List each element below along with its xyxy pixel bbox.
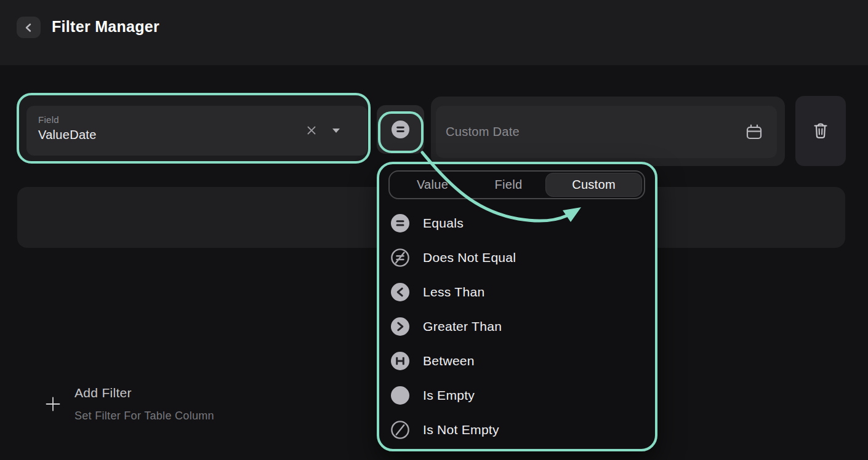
calendar-icon[interactable] — [744, 122, 765, 143]
menu-item-between[interactable]: Between — [391, 351, 475, 371]
caret-down-icon[interactable] — [332, 128, 340, 133]
menu-item-is-empty[interactable]: Is Empty — [391, 386, 475, 405]
tab-custom[interactable]: Custom — [545, 173, 642, 197]
date-input-wrapper — [431, 97, 785, 166]
tab-value[interactable]: Value — [390, 172, 475, 198]
header: Filter Manager — [0, 0, 868, 65]
chevron-left-icon — [23, 22, 35, 34]
tab-field[interactable]: Field — [475, 172, 542, 198]
x-clear-icon[interactable] — [306, 125, 317, 136]
between-icon — [391, 352, 409, 370]
page-title: Filter Manager — [52, 18, 159, 36]
add-filter-subtitle: Set Filter For Table Column — [74, 410, 214, 422]
plus-icon — [45, 396, 61, 412]
equals-icon — [391, 214, 409, 232]
custom-date-field[interactable] — [436, 106, 777, 158]
is-empty-icon — [391, 386, 409, 405]
not-equal-icon — [391, 248, 409, 267]
field-select[interactable]: Field ValueDate — [26, 106, 368, 156]
back-button[interactable] — [17, 17, 41, 38]
add-filter-title: Add Filter — [74, 386, 132, 400]
operator-menu-tab-bar: Value Field Custom — [388, 170, 645, 199]
menu-item-is-not-empty[interactable]: Is Not Empty — [391, 420, 499, 440]
field-select-label: Field — [38, 114, 59, 125]
menu-item-less-than[interactable]: Less Than — [391, 282, 484, 302]
equals-icon — [392, 121, 409, 138]
greater-than-icon — [391, 317, 409, 336]
trash-icon — [810, 120, 831, 142]
menu-item-does-not-equal[interactable]: Does Not Equal — [391, 248, 516, 268]
menu-item-greater-than[interactable]: Greater Than — [391, 317, 502, 336]
field-select-value: ValueDate — [38, 128, 97, 142]
filter-manager-screen: Filter Manager Field ValueDate — [0, 0, 868, 460]
menu-item-equals[interactable]: Equals — [391, 213, 464, 233]
date-input — [436, 106, 777, 158]
operator-menu-popup: Value Field Custom Equals Does Not Equal — [377, 162, 657, 451]
less-than-icon — [391, 283, 409, 301]
is-not-empty-icon — [391, 421, 409, 439]
operator-button[interactable] — [377, 105, 424, 154]
delete-filter-button[interactable] — [795, 96, 846, 166]
